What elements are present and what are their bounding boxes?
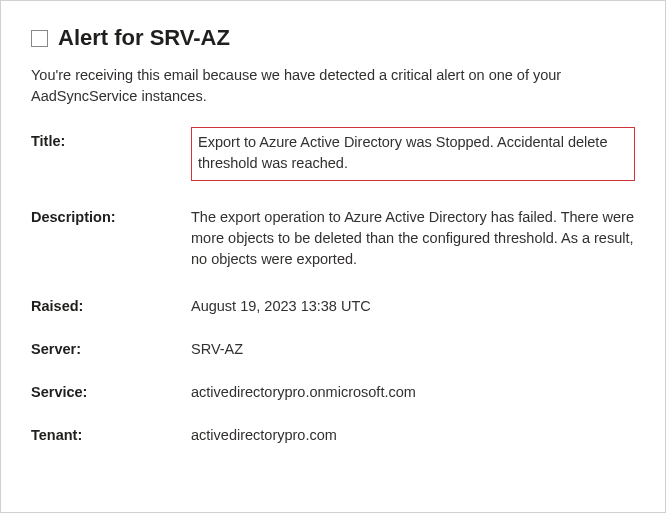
label-tenant: Tenant: <box>31 425 191 445</box>
label-title: Title: <box>31 131 191 151</box>
value-tenant: activedirectorypro.com <box>191 425 635 446</box>
value-server: SRV-AZ <box>191 339 635 360</box>
alert-header: Alert for SRV-AZ <box>31 25 635 51</box>
row-server: Server: SRV-AZ <box>31 339 635 360</box>
label-raised: Raised: <box>31 296 191 316</box>
row-tenant: Tenant: activedirectorypro.com <box>31 425 635 446</box>
row-raised: Raised: August 19, 2023 13:38 UTC <box>31 296 635 317</box>
checkbox-icon[interactable] <box>31 30 48 47</box>
value-raised: August 19, 2023 13:38 UTC <box>191 296 635 317</box>
value-description: The export operation to Azure Active Dir… <box>191 207 635 270</box>
value-service: activedirectorypro.onmicrosoft.com <box>191 382 635 403</box>
label-service: Service: <box>31 382 191 402</box>
label-server: Server: <box>31 339 191 359</box>
intro-text: You're receiving this email because we h… <box>31 65 635 107</box>
row-service: Service: activedirectorypro.onmicrosoft.… <box>31 382 635 403</box>
value-title: Export to Azure Active Directory was Sto… <box>191 127 635 181</box>
alert-title: Alert for SRV-AZ <box>58 25 230 51</box>
row-description: Description: The export operation to Azu… <box>31 207 635 270</box>
label-description: Description: <box>31 207 191 227</box>
row-title: Title: Export to Azure Active Directory … <box>31 131 635 181</box>
alert-card: Alert for SRV-AZ You're receiving this e… <box>0 0 666 513</box>
